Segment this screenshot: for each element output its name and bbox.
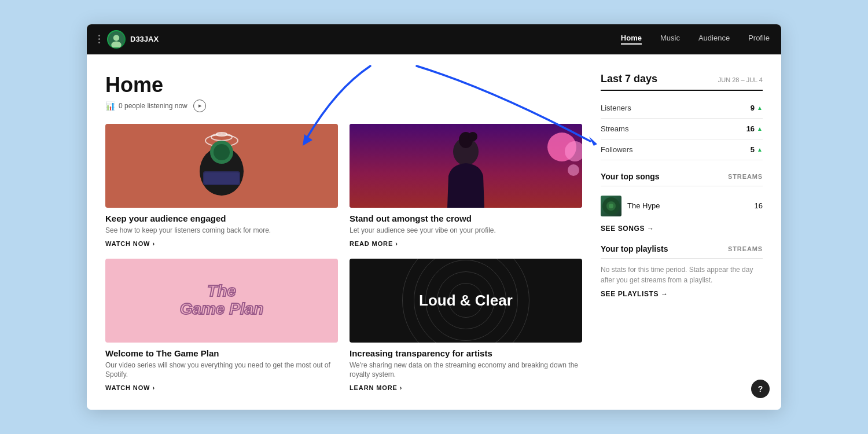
- page-title: Home: [105, 73, 582, 97]
- svg-point-1: [113, 35, 120, 41]
- song-art-hype: [601, 196, 621, 216]
- card-audience-desc: See how to keep your listeners coming ba…: [105, 226, 338, 236]
- helmet-svg: [187, 128, 256, 203]
- nav-music[interactable]: Music: [660, 34, 680, 45]
- card-gameplan-link[interactable]: WATCH NOW ›: [105, 384, 338, 391]
- card-gameplan: The Game Plan Welcome to The Game Plan O…: [105, 259, 338, 392]
- user-avatar: [107, 30, 126, 49]
- card-loudclear-title: Increasing transparency for artists: [350, 348, 582, 358]
- svg-marker-4: [589, 137, 597, 146]
- svg-rect-12: [204, 172, 239, 184]
- top-playlists-section: Your top playlists STREAMS No stats for …: [601, 244, 763, 298]
- song-row-hype: The Hype 16: [601, 192, 763, 220]
- stat-listeners-up: ▲: [757, 105, 763, 111]
- top-songs-header: Your top songs STREAMS: [601, 172, 763, 181]
- stat-streams-label: Streams: [601, 124, 628, 133]
- card-loudclear: Loud & Clear Increasing transparency for…: [350, 259, 582, 392]
- no-stats-text: No stats for this time period. Stats app…: [601, 264, 763, 285]
- right-sidebar: Last 7 days JUN 28 – JUL 4 Listeners 9 ▲…: [601, 73, 763, 391]
- card-audience-link[interactable]: WATCH NOW ›: [105, 240, 338, 247]
- stats-date: JUN 28 – JUL 4: [718, 76, 763, 83]
- stat-streams-value: 16 ▲: [746, 124, 763, 133]
- gameplan-image-text: The Game Plan: [180, 282, 264, 318]
- song-streams-hype: 16: [755, 201, 763, 210]
- stats-divider: [601, 90, 763, 91]
- card-standout-title: Stand out amongst the crowd: [350, 214, 582, 223]
- card-loudclear-desc: We're sharing new data on the streaming …: [350, 361, 582, 380]
- left-section: Home 📊 0 people listening now: [105, 73, 582, 391]
- help-button[interactable]: ?: [751, 380, 770, 398]
- card-standout-link[interactable]: READ MORE ›: [350, 240, 582, 247]
- see-songs-link[interactable]: SEE SONGS →: [601, 225, 763, 233]
- card-loudclear-link[interactable]: LEARN MORE ›: [350, 384, 582, 391]
- stat-listeners-label: Listeners: [601, 104, 631, 112]
- see-playlists-link[interactable]: SEE PLAYLISTS →: [601, 290, 763, 298]
- cards-grid: Keep your audience engaged See how to ke…: [105, 124, 582, 391]
- card-audience-title: Keep your audience engaged: [105, 214, 338, 223]
- card-gameplan-image: The Game Plan: [105, 259, 338, 343]
- nav-links: Home Music Audience Profile: [621, 34, 770, 45]
- playlists-streams-label: STREAMS: [728, 245, 763, 252]
- card-gameplan-title: Welcome to The Game Plan: [105, 348, 338, 358]
- play-button[interactable]: [193, 100, 206, 112]
- nav-audience[interactable]: Audience: [698, 34, 730, 45]
- top-songs-title: Your top songs: [601, 172, 660, 181]
- svg-point-10: [214, 144, 230, 160]
- stat-followers-up: ▲: [757, 146, 763, 153]
- song-name-hype: The Hype: [627, 201, 749, 210]
- artist-bg: [350, 124, 582, 208]
- top-songs-section: Your top songs STREAMS T: [601, 172, 763, 233]
- streams-col-label: STREAMS: [728, 173, 763, 180]
- stat-streams-up: ▲: [757, 126, 763, 132]
- nav-profile[interactable]: Profile: [748, 34, 770, 45]
- navbar: D33JAX Home Music Audience Profile: [87, 24, 781, 54]
- card-standout-desc: Let your audience see your vibe on your …: [350, 226, 582, 236]
- card-audience: Keep your audience engaged See how to ke…: [105, 124, 338, 247]
- stat-listeners-value: 9 ▲: [751, 104, 763, 112]
- username-label: D33JAX: [130, 35, 159, 43]
- card-artist-image: [350, 124, 582, 208]
- loudclear-image-text: Loud & Clear: [419, 292, 513, 310]
- svg-point-18: [609, 204, 613, 208]
- card-gameplan-desc: Our video series will show you everythin…: [105, 361, 338, 380]
- listening-icon: 📊: [105, 101, 115, 111]
- card-loudclear-image: Loud & Clear: [350, 259, 582, 343]
- card-helmet-image: [105, 124, 338, 208]
- nav-home[interactable]: Home: [621, 34, 642, 45]
- listening-now-row: 📊 0 people listening now: [105, 100, 582, 112]
- stat-followers-label: Followers: [601, 145, 633, 154]
- stat-listeners: Listeners 9 ▲: [601, 98, 763, 119]
- stat-followers: Followers 5 ▲: [601, 139, 763, 160]
- top-playlists-header: Your top playlists STREAMS: [601, 244, 763, 253]
- stat-streams: Streams 16 ▲: [601, 119, 763, 139]
- top-playlists-divider: [601, 258, 763, 259]
- main-content: Home 📊 0 people listening now: [87, 54, 781, 410]
- top-songs-divider: [601, 186, 763, 186]
- stats-title: Last 7 days: [601, 73, 657, 85]
- top-playlists-title: Your top playlists: [601, 244, 668, 253]
- svg-point-15: [468, 132, 477, 141]
- listening-count: 0 people listening now: [119, 102, 187, 110]
- menu-dots[interactable]: [98, 35, 100, 43]
- stats-header: Last 7 days JUN 28 – JUL 4: [601, 73, 763, 85]
- stat-followers-value: 5 ▲: [751, 145, 763, 154]
- card-standout: Stand out amongst the crowd Let your aud…: [350, 124, 582, 247]
